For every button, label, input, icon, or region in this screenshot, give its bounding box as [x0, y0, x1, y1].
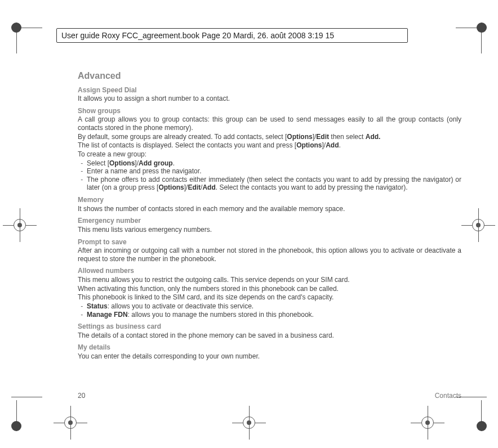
list-item: The phone offers to add contacts either …	[87, 176, 461, 192]
section-heading: Emergency number	[78, 217, 461, 225]
list-item: Enter a name and press the navigator.	[87, 167, 461, 176]
body-text: It shows the number of contacts stored i…	[78, 205, 461, 213]
crosshair-mark	[411, 406, 444, 440]
section-heading: Allowed numbers	[78, 267, 461, 275]
section-heading: Memory	[78, 196, 461, 204]
list-item: Select [Options]/Add group.	[87, 159, 461, 168]
page-footer: 20 Contacts	[78, 392, 461, 400]
crosshair-mark	[3, 208, 37, 242]
file-info-banner: User guide Roxy FCC_agreement.book Page …	[56, 28, 408, 43]
body-text: You can enter the details corresponding …	[78, 352, 461, 361]
section-heading: Settings as business card	[78, 322, 461, 331]
body-text: A call group allows you to group contact…	[78, 115, 461, 132]
bullet-list: Status: allows you to activate or deacti…	[78, 302, 461, 319]
bullet-list: Select [Options]/Add group. Enter a name…	[78, 159, 461, 192]
file-info-text: User guide Roxy FCC_agreement.book Page …	[61, 31, 334, 40]
registration-mark	[11, 23, 51, 62]
crosshair-mark	[232, 406, 266, 440]
list-item: Manage FDN: allows you to manage the num…	[87, 311, 461, 319]
section-heading: My details	[78, 343, 461, 352]
body-text: This menu lists various emergency number…	[78, 226, 461, 234]
footer-section-name: Contacts	[435, 392, 461, 400]
crosshair-mark	[461, 208, 495, 242]
body-text: This menu allows you to restrict the out…	[78, 276, 461, 284]
body-text: By default, some groups are already crea…	[78, 133, 461, 141]
registration-mark	[447, 23, 487, 62]
body-text: The details of a contact stored in the p…	[78, 331, 461, 340]
body-text: It allows you to assign a short number t…	[78, 95, 461, 103]
section-heading: Prompt to save	[78, 238, 461, 247]
registration-mark	[11, 392, 51, 431]
page-title: Advanced	[78, 70, 461, 82]
list-item: Status: allows you to activate or deacti…	[87, 302, 461, 311]
body-text: The list of contacts is displayed. Selec…	[78, 141, 461, 150]
section-heading: Assign Speed Dial	[78, 86, 461, 95]
body-text: After an incoming or outgoing call with …	[78, 247, 461, 263]
page-number: 20	[78, 392, 85, 400]
body-text: This phonebook is linked to the SIM card…	[78, 293, 461, 302]
body-text: When activating this function, only the …	[78, 285, 461, 293]
page-scan: User guide Roxy FCC_agreement.book Page …	[0, 0, 498, 448]
body-text: To create a new group:	[78, 150, 461, 159]
crosshair-mark	[54, 406, 87, 440]
page-content: Advanced Assign Speed Dial It allows you…	[78, 70, 461, 361]
section-heading: Show groups	[78, 107, 461, 115]
